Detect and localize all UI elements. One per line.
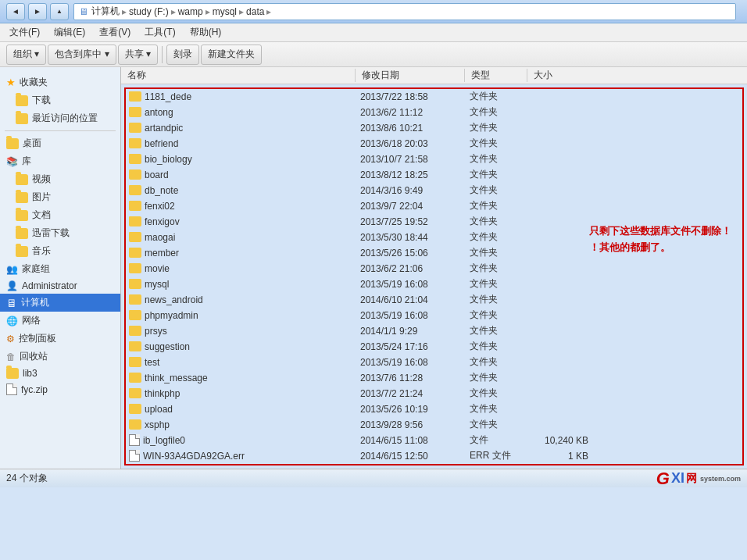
sidebar-item-recent[interactable]: 最近访问的位置 xyxy=(0,109,120,127)
table-row[interactable]: ib_logfile0 2014/6/15 11:08 文件 10,240 KB xyxy=(126,433,742,448)
back-button[interactable]: ◄ xyxy=(6,3,25,20)
sidebar-item-homegroup[interactable]: 👥 家庭组 xyxy=(0,260,120,278)
menu-tools[interactable]: 工具(T) xyxy=(138,24,181,41)
file-type-cell: 文件夹 xyxy=(466,246,529,259)
sidebar: ★ 收藏夹 下载 最近访问的位置 桌面 📚 库 视频 图片 xyxy=(0,67,121,469)
table-row[interactable]: antong 2013/6/2 11:12 文件夹 xyxy=(126,105,742,120)
file-type-cell: 文件夹 xyxy=(466,262,529,275)
sidebar-item-recycle[interactable]: 🗑 回收站 xyxy=(0,348,120,366)
file-name-cell: ib_logfile0 xyxy=(126,434,357,446)
table-row[interactable]: suggestion 2013/5/24 17:16 文件夹 xyxy=(126,339,742,355)
file-date-cell: 2014/6/15 12:50 xyxy=(357,451,466,462)
folder-icon xyxy=(129,419,141,430)
sidebar-item-library[interactable]: 📚 库 xyxy=(0,152,120,170)
new-folder-button[interactable]: 新建文件夹 xyxy=(201,45,262,65)
table-row[interactable]: bio_biology 2013/10/7 21:58 文件夹 xyxy=(126,152,742,167)
address-sep-1: ▸ xyxy=(171,6,176,17)
sidebar-item-lib3[interactable]: lib3 xyxy=(0,366,120,381)
menu-help[interactable]: 帮助(H) xyxy=(184,24,228,41)
file-date-cell: 2014/3/16 9:49 xyxy=(357,185,466,196)
sidebar-item-image[interactable]: 图片 xyxy=(0,188,120,206)
file-name-cell: fenxi02 xyxy=(126,201,357,212)
menu-file[interactable]: 文件(F) xyxy=(3,24,46,41)
menu-view[interactable]: 查看(V) xyxy=(93,24,137,41)
file-type-cell: 文件夹 xyxy=(466,418,529,431)
sidebar-fyc-label: fyc.zip xyxy=(21,384,48,395)
table-row[interactable]: db_note 2014/3/16 9:49 文件夹 xyxy=(126,183,742,198)
table-row[interactable]: mysql 2013/5/19 16:08 文件夹 xyxy=(126,276,742,292)
logo-wang: 网 xyxy=(686,472,697,486)
sidebar-lib3-label: lib3 xyxy=(23,368,38,379)
sidebar-item-download[interactable]: 下载 xyxy=(0,91,120,109)
file-name-cell: WIN-93A4GDA92GA.err xyxy=(126,450,357,462)
table-row[interactable]: think_message 2013/7/6 11:28 文件夹 xyxy=(126,370,742,386)
table-row[interactable]: phpmyadmin 2013/5/19 16:08 文件夹 xyxy=(126,308,742,323)
file-date-cell: 2013/6/2 11:12 xyxy=(357,107,466,118)
folder-icon xyxy=(129,326,141,336)
sidebar-item-music[interactable]: 音乐 xyxy=(0,242,120,260)
sidebar-item-network[interactable]: 🌐 网络 xyxy=(0,312,120,330)
table-row[interactable]: WIN-93A4GDA92GA.err 2014/6/15 12:50 ERR … xyxy=(126,448,742,464)
table-row[interactable]: news_android 2014/6/10 21:04 文件夹 xyxy=(126,292,742,308)
folder-icon xyxy=(129,107,141,117)
table-row[interactable]: upload 2013/5/26 10:19 文件夹 xyxy=(126,401,742,417)
file-type-cell: 文件夹 xyxy=(466,199,529,212)
file-date-cell: 2013/8/6 10:21 xyxy=(357,123,466,134)
col-header-name[interactable]: 名称 xyxy=(121,69,356,82)
table-row[interactable]: thinkphp 2013/7/2 21:24 文件夹 xyxy=(126,386,742,401)
table-row[interactable]: fenxi02 2013/9/7 22:04 文件夹 xyxy=(126,198,742,214)
col-header-size[interactable]: 大小 xyxy=(527,69,590,82)
file-date-cell: 2013/7/22 18:58 xyxy=(357,91,466,102)
table-row[interactable]: prsys 2014/1/1 9:29 文件夹 xyxy=(126,323,742,339)
file-type-cell: 文件夹 xyxy=(466,387,529,400)
sidebar-item-fyc[interactable]: fyc.zip xyxy=(0,381,120,398)
table-row[interactable]: xsphp 2013/9/28 9:56 文件夹 xyxy=(126,417,742,433)
sidebar-network-label: 网络 xyxy=(22,314,41,327)
file-date-cell: 2013/6/18 20:03 xyxy=(357,138,466,149)
menu-edit[interactable]: 编辑(E) xyxy=(48,24,91,41)
file-type-cell: 文件夹 xyxy=(466,402,529,416)
sidebar-item-administrator[interactable]: 👤 Administrator xyxy=(0,278,120,294)
file-name-cell: 1181_dede xyxy=(126,91,357,102)
file-type-cell: 文件夹 xyxy=(466,184,529,197)
col-header-type[interactable]: 类型 xyxy=(465,69,527,82)
sidebar-item-doc[interactable]: 文档 xyxy=(0,206,120,224)
file-name-text: upload xyxy=(145,404,173,415)
sidebar-item-computer[interactable]: 🖥 计算机 xyxy=(0,294,120,312)
table-row[interactable]: artandpic 2013/8/6 10:21 文件夹 xyxy=(126,120,742,136)
up-button[interactable]: ▲ xyxy=(50,3,69,20)
file-type-cell: 文件夹 xyxy=(466,293,529,306)
file-name-cell: prsys xyxy=(126,326,357,337)
burn-button[interactable]: 刻录 xyxy=(166,45,199,65)
sidebar-admin-label: Administrator xyxy=(22,280,77,291)
address-sep-2: ▸ xyxy=(206,6,210,17)
sidebar-item-thunder[interactable]: 迅雷下载 xyxy=(0,224,120,242)
include-library-button[interactable]: 包含到库中 ▾ xyxy=(48,45,116,65)
folder-icon xyxy=(129,294,141,305)
table-row[interactable]: test 2013/5/19 16:08 文件夹 xyxy=(126,355,742,370)
share-button[interactable]: 共享 ▾ xyxy=(118,45,158,65)
sidebar-item-control[interactable]: ⚙ 控制面板 xyxy=(0,330,120,348)
file-date-cell: 2013/9/7 22:04 xyxy=(357,201,466,212)
file-date-cell: 2013/5/30 18:44 xyxy=(357,232,466,243)
sidebar-item-favorites[interactable]: ★ 收藏夹 xyxy=(0,73,120,91)
file-date-cell: 2013/10/7 21:58 xyxy=(357,154,466,165)
table-row[interactable]: 1181_dede 2013/7/22 18:58 文件夹 xyxy=(126,89,742,105)
file-date-cell: 2014/6/15 11:08 xyxy=(357,435,466,446)
forward-button[interactable]: ► xyxy=(28,3,47,20)
table-row[interactable]: board 2013/8/12 18:25 文件夹 xyxy=(126,167,742,183)
sidebar-item-video[interactable]: 视频 xyxy=(0,170,120,188)
file-name-cell: mysql xyxy=(126,279,357,290)
table-row[interactable]: befriend 2013/6/18 20:03 文件夹 xyxy=(126,136,742,152)
sidebar-item-desktop[interactable]: 桌面 xyxy=(0,134,120,152)
col-header-date[interactable]: 修改日期 xyxy=(356,69,465,82)
file-name-text: bio_biology xyxy=(145,154,192,165)
folder-icon xyxy=(129,263,141,273)
folder-icon xyxy=(129,185,141,195)
file-type-cell: 文件夹 xyxy=(466,121,529,134)
organize-button[interactable]: 组织 ▾ xyxy=(6,45,46,65)
folder-icon-recent xyxy=(16,113,28,124)
file-name-cell: xsphp xyxy=(126,419,357,430)
table-row[interactable]: movie 2013/6/2 21:06 文件夹 xyxy=(126,261,742,276)
address-bar[interactable]: 🖥 计算机 ▸ study (F:) ▸ wamp ▸ mysql ▸ data… xyxy=(73,3,736,20)
